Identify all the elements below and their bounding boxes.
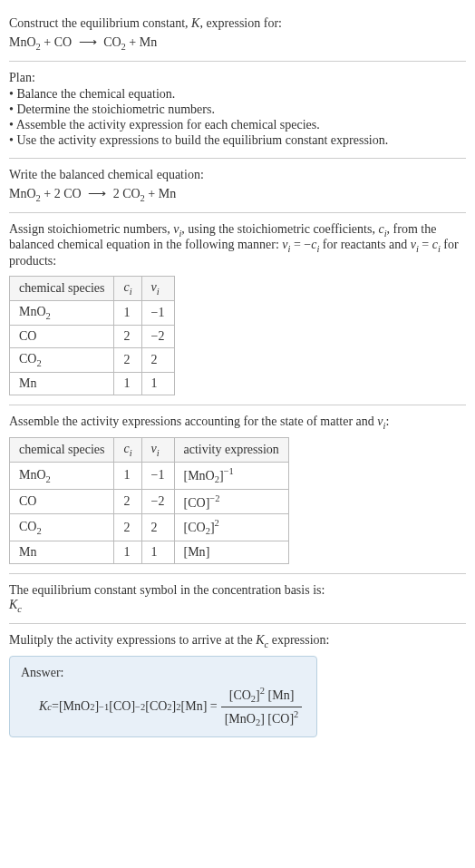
col-nui: νi (141, 277, 174, 301)
text: Mn (19, 376, 36, 390)
cell-species: CO2 (10, 514, 114, 541)
col-species: chemical species (10, 438, 114, 463)
table-header-row: chemical species ci νi activity expressi… (10, 438, 289, 463)
text: [MnO (59, 699, 90, 714)
text: expression: (268, 633, 329, 647)
text: CO (19, 494, 36, 508)
balanced-equation: MnO2 + 2 CO ⟶ 2 CO2 + Mn (9, 186, 466, 203)
cell-ci: 1 (114, 541, 141, 563)
text: [CO (184, 521, 206, 534)
cell-nui: −1 (141, 300, 174, 325)
plan-item: • Assemble the activity expression for e… (9, 118, 466, 132)
text: Mulitply the activity expressions to arr… (9, 633, 256, 647)
superscript: −1 (224, 466, 234, 476)
text: [MnO (225, 711, 256, 725)
k-symbol: K (256, 633, 264, 647)
table-row: CO 2 −2 (10, 325, 175, 347)
kc-expression: Kc = [MnO2]−1 [CO]−2 [CO2]2 [Mn] = [CO2]… (39, 686, 305, 727)
text: = (419, 238, 432, 251)
text: MnO (19, 305, 46, 318)
text: = − (290, 238, 311, 251)
cell-ci: 2 (114, 325, 141, 347)
text: Construct the equilibrium constant, (9, 16, 191, 30)
cell-nui: 2 (141, 514, 174, 541)
activity-section: Assemble the activity expressions accoun… (9, 405, 466, 574)
cell-species: MnO2 (10, 463, 114, 489)
denominator: [MnO2] [CO]2 (221, 707, 303, 727)
answer-box: Answer: Kc = [MnO2]−1 [CO]−2 [CO2]2 [Mn]… (9, 656, 317, 737)
text: : (385, 414, 389, 428)
stoich-section: Assign stoichiometric numbers, νi, using… (9, 213, 466, 405)
cell-species: CO2 (10, 347, 114, 372)
cell-nui: −1 (141, 463, 174, 489)
species: + CO (41, 35, 72, 49)
cell-activity: [CO2]2 (174, 514, 288, 541)
text: CO (19, 329, 36, 343)
cell-ci: 1 (114, 463, 141, 489)
stoich-text: Assign stoichiometric numbers, νi, using… (9, 222, 466, 269)
subscript: 2 (46, 311, 51, 321)
species: + Mn (126, 35, 157, 49)
fraction: [CO2]2 [Mn] [MnO2] [CO]2 (221, 686, 303, 727)
text: [CO (145, 699, 167, 714)
arrow-icon: ⟶ (84, 187, 110, 200)
subscript: 2 (36, 525, 41, 535)
plan-list: • Balance the chemical equation. • Deter… (9, 87, 466, 148)
subscript: i (157, 287, 160, 297)
unbalanced-equation: MnO2 + CO ⟶ CO2 + Mn (9, 34, 466, 52)
table-row: Mn 1 1 [Mn] (10, 541, 289, 563)
intro-prompt: Construct the equilibrium constant, K, e… (9, 16, 466, 31)
text: , using the stoichiometric coefficients, (181, 222, 378, 236)
plan-section: Plan: • Balance the chemical equation. •… (9, 62, 466, 159)
col-activity: activity expression (174, 438, 288, 463)
answer-label: Answer: (21, 666, 305, 680)
activity-text: Assemble the activity expressions accoun… (9, 414, 466, 431)
text: [Mn (184, 545, 206, 559)
cell-nui: −2 (141, 325, 174, 347)
cell-ci: 2 (114, 514, 141, 541)
subscript: c (17, 604, 22, 614)
subscript: 2 (36, 358, 41, 368)
table-row: MnO2 1 −1 (10, 300, 175, 325)
superscript: −2 (209, 493, 219, 503)
arrow-icon: ⟶ (75, 35, 101, 49)
plan-item: • Use the activity expressions to build … (9, 133, 466, 148)
superscript: −2 (135, 702, 145, 712)
table-row: Mn 1 1 (10, 372, 175, 395)
text: [CO (184, 495, 206, 509)
text: Assemble the activity expressions accoun… (9, 414, 377, 428)
final-text: Mulitply the activity expressions to arr… (9, 633, 466, 649)
text: [CO (229, 688, 251, 702)
text: [CO (109, 699, 131, 714)
cell-species: MnO2 (10, 300, 114, 325)
superscript: −1 (99, 702, 109, 712)
numerator: [CO2]2 [Mn] (221, 686, 303, 707)
table-row: CO2 2 2 (10, 347, 175, 372)
activity-table: chemical species ci νi activity expressi… (9, 437, 289, 563)
table-row: MnO2 1 −1 [MnO2]−1 (10, 463, 289, 489)
col-ci: ci (114, 277, 141, 301)
cell-ci: 2 (114, 489, 141, 514)
kc-symbol: Kc (9, 598, 466, 614)
plan-item: • Balance the chemical equation. (9, 87, 466, 102)
cell-ci: 1 (114, 372, 141, 395)
plan-title: Plan: (9, 71, 466, 85)
species: + Mn (145, 187, 176, 200)
symbol-section: The equilibrium constant symbol in the c… (9, 574, 466, 624)
intro-section: Construct the equilibrium constant, K, e… (9, 7, 466, 62)
species: MnO (9, 35, 36, 49)
cell-nui: 2 (141, 347, 174, 372)
k-symbol: K (9, 598, 17, 611)
species: MnO (9, 187, 36, 200)
cell-nui: −2 (141, 489, 174, 514)
cell-nui: 1 (141, 541, 174, 563)
cell-species: Mn (10, 372, 114, 395)
subscript: i (130, 287, 132, 297)
balanced-title: Write the balanced chemical equation: (9, 168, 466, 182)
cell-activity: [CO]−2 (174, 489, 288, 514)
table-header-row: chemical species ci νi (10, 277, 175, 301)
col-nui: νi (141, 438, 174, 463)
text: Assign stoichiometric numbers, (9, 222, 173, 236)
col-species: chemical species (10, 277, 114, 301)
table-row: CO2 2 2 [CO2]2 (10, 514, 289, 541)
